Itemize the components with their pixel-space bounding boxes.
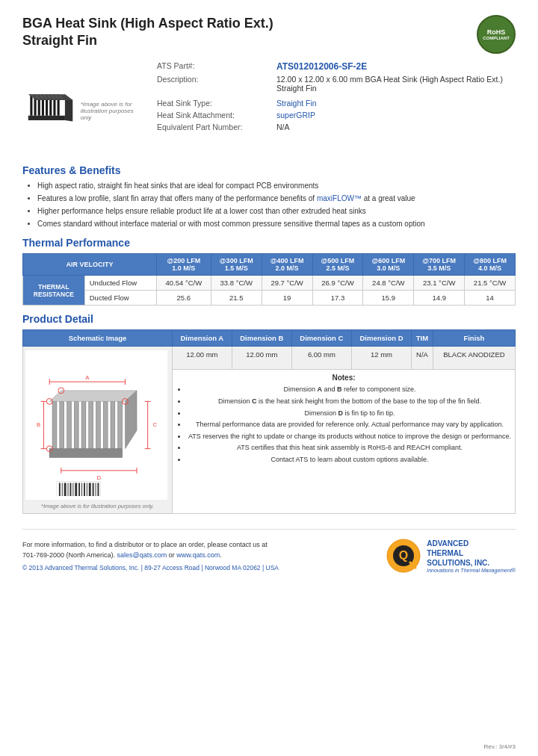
footer-section: For more information, to find a distribu… (22, 529, 516, 574)
thermal-resistance-label: THERMALRESISTANCE (23, 276, 85, 306)
col-dim-b: Dimension B (232, 330, 291, 347)
svg-rect-60 (78, 483, 80, 496)
list-item: Features a low profile, slant fin array … (37, 193, 516, 204)
dim-b-value: 12.00 mm (232, 347, 291, 370)
unducted-200: 40.54 °C/W (156, 276, 211, 291)
schematic-image: A B (25, 350, 167, 500)
svg-rect-29 (117, 401, 122, 448)
ats-logo-svg: Q (385, 537, 422, 574)
table-row: A B (23, 347, 516, 370)
svg-rect-65 (92, 483, 93, 496)
list-item: Dimension C is the heat sink height from… (187, 397, 513, 406)
col-dim-a: Dimension A (173, 330, 232, 347)
ats-name-line1: ADVANCED THERMAL SOLUTIONS, INC. (427, 539, 516, 568)
ats-logo: Q ADVANCED THERMAL SOLUTIONS, INC. Innov… (385, 537, 516, 574)
svg-rect-22 (67, 401, 71, 448)
thermal-section: Thermal Performance AIR VELOCITY @200 LF… (22, 237, 516, 306)
notes-title: Notes: (175, 374, 513, 382)
svg-rect-59 (75, 483, 77, 496)
ducted-700: 14.9 (414, 291, 465, 306)
rev-text: Rev.: 3/4/#3 (483, 743, 516, 750)
table-row: THERMALRESISTANCE Unducted Flow 40.54 °C… (23, 276, 516, 291)
svg-text:C: C (152, 421, 157, 428)
svg-rect-55 (64, 483, 66, 496)
equiv-value: N/A (276, 123, 290, 131)
finish-value: BLACK ANODIZED (433, 347, 515, 370)
spec-row-attachment: Heat Sink Attachment: superGRIP (157, 111, 516, 120)
svg-rect-25 (88, 401, 93, 448)
unducted-400: 29.7 °C/W (262, 276, 312, 291)
spec-row-type: Heat Sink Type: Straight Fin (157, 99, 516, 108)
svg-rect-19 (49, 449, 122, 458)
notes-cell: Notes: Dimension A and B refer to compon… (173, 370, 516, 514)
features-list: High aspect ratio, straight fin heat sin… (22, 181, 516, 229)
header: BGA Heat Sink (High Aspect Ratio Ext.) S… (22, 15, 516, 54)
col-schematic: Schematic Image (23, 330, 173, 347)
rohs-badge: RoHS COMPLIANT (477, 15, 516, 54)
part-number-label: ATS Part#: (157, 61, 276, 70)
col-700: @700 LFM3.5 M/S (414, 254, 465, 276)
unducted-800: 21.5 °C/W (465, 276, 516, 291)
svg-rect-1 (30, 94, 32, 115)
unducted-300: 33.8 °C/W (211, 276, 262, 291)
ats-name-block: ADVANCED THERMAL SOLUTIONS, INC. Innovat… (427, 539, 516, 573)
product-image: *Image above is for illustration purpose… (22, 61, 142, 158)
svg-rect-63 (86, 483, 87, 496)
list-item: High aspect ratio, straight fin heat sin… (37, 181, 516, 191)
product-detail-section: Product Detail Schematic Image Dimension… (22, 313, 516, 514)
ducted-800: 14 (465, 291, 516, 306)
ducted-300: 21.5 (211, 291, 262, 306)
schematic-svg: A B (28, 354, 166, 496)
part-number-value: ATS012012006-SF-2E (276, 61, 367, 72)
ducted-label: Ducted Flow (84, 291, 156, 306)
list-item: ATS certifies that this heat sink assemb… (187, 443, 513, 453)
ducted-400: 19 (262, 291, 312, 306)
schematic-cell: A B (23, 347, 173, 514)
footer-website[interactable]: www.qats.com (176, 551, 220, 559)
heatsink-illustration (22, 65, 81, 155)
svg-rect-57 (69, 483, 71, 496)
product-info-section: *Image above is for illustration purpose… (22, 61, 516, 158)
svg-rect-20 (52, 401, 57, 448)
svg-rect-28 (111, 401, 115, 448)
dim-a-value: 12.00 mm (173, 347, 232, 370)
ducted-600: 15.9 (363, 291, 414, 306)
svg-rect-64 (88, 483, 90, 496)
rohs-label: RoHS (487, 28, 506, 36)
list-item: Comes standard without interface materia… (37, 219, 516, 229)
ducted-500: 17.3 (312, 291, 363, 306)
title-line1: BGA Heat Sink (High Aspect Ratio Ext.) (22, 16, 273, 31)
spec-row-part: ATS Part#: ATS012012006-SF-2E (157, 61, 516, 72)
ats-tagline: Innovations in Thermal Management® (427, 568, 516, 573)
spec-row-desc: Description: 12.00 x 12.00 x 6.00 mm BGA… (157, 75, 516, 93)
title-line2: Straight Fin (22, 33, 97, 48)
col-dim-d: Dimension D (351, 330, 411, 347)
unducted-label: Unducted Flow (84, 276, 156, 291)
svg-rect-56 (67, 483, 68, 496)
svg-text:A: A (85, 374, 90, 381)
list-item: Thermal performance data are provided fo… (187, 420, 513, 430)
list-item: Dimension D is fin tip to fin tip. (187, 409, 513, 418)
svg-rect-67 (97, 483, 99, 496)
page: BGA Heat Sink (High Aspect Ratio Ext.) S… (0, 0, 538, 756)
features-title: Features & Benefits (22, 164, 516, 176)
product-specs: ATS Part#: ATS012012006-SF-2E Descriptio… (157, 61, 516, 134)
air-velocity-header: AIR VELOCITY (23, 254, 157, 276)
footer-text: For more information, to find a distribu… (22, 540, 279, 560)
dim-d-value: 12 mm (351, 347, 411, 370)
equiv-label: Equivalent Part Number: (157, 123, 276, 131)
heat-sink-type-value: Straight Fin (276, 99, 317, 108)
ats-q-logo: Q (385, 537, 422, 574)
svg-rect-53 (58, 483, 60, 496)
unducted-700: 23.1 °C/W (414, 276, 465, 291)
ducted-200: 25.6 (156, 291, 211, 306)
footer-email[interactable]: sales@qats.com (117, 551, 167, 559)
description-value: 12.00 x 12.00 x 6.00 mm BGA Heat Sink (H… (276, 75, 516, 93)
description-label: Description: (157, 75, 276, 84)
list-item: Higher performance helps ensure reliable… (37, 206, 516, 217)
col-400: @400 LFM2.0 M/S (262, 254, 312, 276)
image-caption: *Image above is for illustration purpose… (81, 101, 142, 121)
col-tim: TIM (412, 330, 433, 347)
features-section: Features & Benefits High aspect ratio, s… (22, 164, 516, 229)
heat-sink-type-label: Heat Sink Type: (157, 99, 276, 108)
